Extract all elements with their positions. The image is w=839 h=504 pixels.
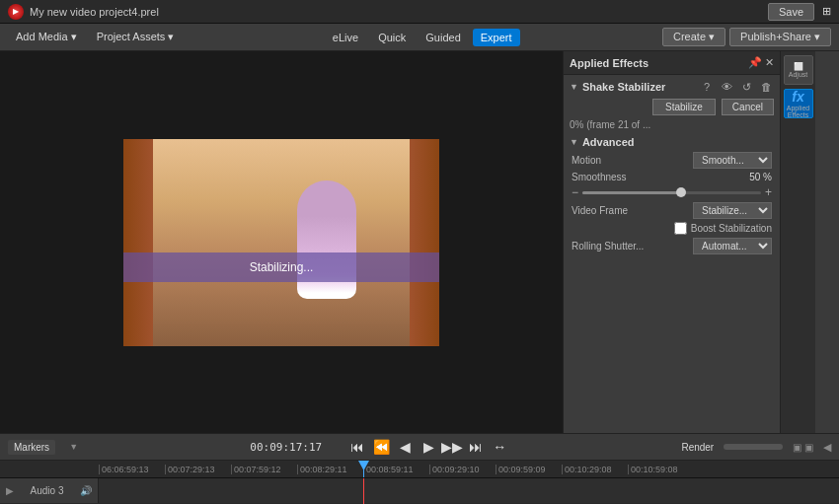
track-icons-audio3: 🔊 [80, 485, 92, 496]
motion-label: Motion [572, 155, 650, 166]
help-icon[interactable]: ? [699, 79, 715, 95]
collapse-icon[interactable]: ▼ [570, 82, 578, 92]
advanced-collapse-icon[interactable]: ▼ [570, 137, 578, 147]
delete-icon[interactable]: 🗑 [758, 79, 774, 95]
reset-icon[interactable]: ↺ [738, 79, 754, 95]
ruler-mark-7: 00:09:59:09 [496, 465, 562, 474]
motion-select[interactable]: Smooth... [693, 152, 772, 169]
effects-panel-inner: Applied Effects 📌 ✕ ▼ Shake Stabilizer ?… [564, 51, 780, 433]
effects-panel-header: Applied Effects 📌 ✕ [564, 51, 780, 75]
loop-button[interactable]: ↔ [490, 439, 509, 455]
shake-header: ▼ Shake Stabilizer ? 👁 ↺ 🗑 [570, 79, 774, 95]
video-frame-select[interactable]: Stabilize... [693, 202, 772, 219]
cancel-button[interactable]: Cancel [722, 99, 774, 115]
advanced-title: Advanced [582, 136, 635, 148]
curtain-left [123, 139, 153, 346]
add-media-menu[interactable]: Add Media ▾ [8, 28, 85, 46]
track-name-audio3: Audio 3 [31, 485, 64, 496]
slider-minus-icon[interactable]: − [572, 185, 578, 199]
timeline-ruler: 06:06:59:13 00:07:29:13 00:07:59:12 00:0… [0, 461, 839, 478]
boost-checkbox[interactable] [674, 222, 687, 235]
project-assets-menu[interactable]: Project Assets ▾ [89, 28, 183, 46]
create-button[interactable]: Create ▾ [662, 28, 725, 46]
adjust-icon: ⬜ [794, 62, 803, 71]
ruler-mark-8: 00:10:29:08 [562, 465, 628, 474]
preview-area: Stabilizing... [0, 51, 563, 433]
window-controls-icon: ⊞ [822, 5, 831, 18]
ruler-mark-5: 00:08:59:11 [363, 465, 429, 474]
progress-text: 0% (frame 21 of ... [570, 119, 650, 130]
play-button[interactable]: ▶ [419, 439, 438, 455]
panel-pin-icon[interactable]: 📌 [748, 56, 762, 69]
transport-controls: ⏮ ⏪ ◀ ▶ ▶▶ ⏭ ↔ [347, 439, 509, 455]
timeline-tracks: ▶ Audio 3 🔊 ▶ Video 2 👁 ▶ Au [0, 478, 839, 504]
render-controls-icon: ▣ ▣ [793, 442, 813, 453]
panel-icons-row: 📌 ✕ [748, 56, 774, 69]
publish-button[interactable]: Publish+Share ▾ [729, 28, 831, 46]
timeline-controls: Markers ▼ 00:09:17:17 ⏮ ⏪ ◀ ▶ ▶▶ ⏭ ↔ Ren… [0, 433, 839, 461]
shake-stabilizer-section: ▼ Shake Stabilizer ? 👁 ↺ 🗑 Stabilize Can… [564, 75, 780, 261]
step-back-button[interactable]: ⏪ [371, 439, 391, 455]
tab-guided[interactable]: Guided [418, 29, 468, 46]
rolling-shutter-select[interactable]: Automat... [693, 238, 772, 254]
track-row-audio3: ▶ Audio 3 🔊 [0, 478, 839, 504]
top-bar-left: ▶ My new video project4.prel [8, 4, 159, 20]
curtain-right [410, 139, 439, 346]
play-forward-button[interactable]: ▶▶ [442, 439, 462, 455]
ruler-mark-4: 00:08:29:11 [297, 465, 363, 474]
ruler-marks: 06:06:59:13 00:07:29:13 00:07:59:12 00:0… [99, 465, 694, 474]
eye-icon[interactable]: 👁 [719, 79, 734, 95]
top-bar: ▶ My new video project4.prel Save ⊞ [0, 0, 839, 24]
save-button[interactable]: Save [768, 3, 814, 21]
ruler-playhead [363, 461, 364, 477]
stabilizing-text: Stabilizing... [250, 260, 314, 274]
smoothness-value: 50 % [749, 172, 772, 182]
main-content: Stabilizing... Applied Effects 📌 ✕ ▼ Sha… [0, 51, 839, 433]
slider-fill [582, 191, 681, 194]
track-content-audio3 [99, 478, 839, 503]
ruler-mark-2: 00:07:29:13 [165, 465, 231, 474]
render-label: Render [681, 442, 714, 453]
effects-panel-title: Applied Effects [570, 57, 648, 69]
top-bar-right: Save ⊞ [768, 3, 831, 21]
rolling-shutter-row: Rolling Shutter... Automat... [570, 238, 774, 254]
shake-title: Shake Stabilizer [582, 81, 665, 93]
applied-effects-label: Applied Effects [785, 105, 812, 118]
timeline-resize-icon[interactable]: ◀ [823, 441, 831, 454]
track-icon-audio3-play[interactable]: ▶ [6, 485, 14, 496]
tab-expert[interactable]: Expert [473, 29, 520, 46]
ruler-mark-6: 00:09:29:10 [429, 465, 496, 474]
applied-effects-button[interactable]: fx Applied Effects [784, 89, 813, 118]
app-icon: ▶ [8, 4, 24, 20]
adjust-label: Adjust [789, 71, 807, 78]
boost-label: Boost Stabilization [691, 223, 772, 234]
ruler-mark-1: 06:06:59:13 [99, 465, 165, 474]
smoothness-row: Smoothness 50 % [570, 172, 774, 182]
menu-bar: Add Media ▾ Project Assets ▾ eLive Quick… [0, 24, 839, 51]
triangle-icon: ▼ [69, 442, 78, 452]
tab-quick[interactable]: Quick [370, 29, 414, 46]
smoothness-label: Smoothness [572, 172, 627, 182]
track-icon-speaker-audio3[interactable]: 🔊 [80, 485, 92, 496]
slider-plus-icon[interactable]: + [765, 185, 772, 199]
effects-panel: Applied Effects 📌 ✕ ▼ Shake Stabilizer ?… [563, 51, 780, 433]
smoothness-slider[interactable] [582, 191, 761, 194]
play-back-button[interactable]: ◀ [395, 439, 415, 455]
tab-elive[interactable]: eLive [325, 29, 366, 46]
stabilize-button[interactable]: Stabilize [652, 99, 716, 115]
advanced-section: ▼ Advanced Motion Smooth... Smoothness 5… [570, 136, 774, 254]
to-end-button[interactable]: ⏭ [466, 439, 486, 455]
rolling-shutter-label: Rolling Shutter... [572, 241, 650, 252]
adjust-button[interactable]: ⬜ Adjust [784, 55, 813, 85]
video-frame-label: Video Frame [572, 205, 650, 216]
timeline-area: 06:06:59:13 00:07:29:13 00:07:59:12 00:0… [0, 461, 839, 504]
boost-row: Boost Stabilization [570, 222, 774, 235]
to-start-button[interactable]: ⏮ [347, 439, 367, 455]
track-label-audio3: ▶ Audio 3 🔊 [0, 478, 99, 503]
stabilizing-bar: Stabilizing... [123, 252, 439, 282]
timecode-display: 00:09:17:17 [250, 441, 322, 454]
markers-label[interactable]: Markers [8, 440, 55, 455]
ruler-mark-3: 00:07:59:12 [231, 465, 297, 474]
panel-close-icon[interactable]: ✕ [765, 56, 774, 69]
project-name: My new video project4.prel [30, 6, 159, 18]
